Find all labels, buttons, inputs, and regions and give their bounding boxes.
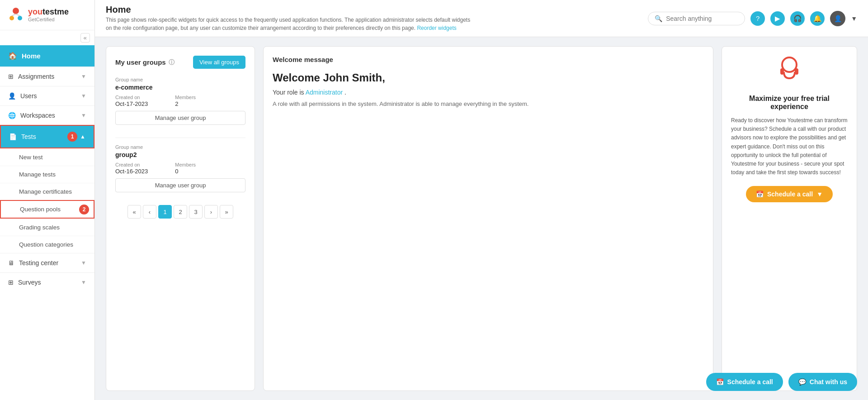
user-avatar[interactable]: 👤 [830, 11, 845, 26]
svg-point-2 [18, 16, 22, 20]
workspaces-icon: 🌐 [8, 112, 16, 119]
brand-sub: GetCertified [28, 17, 69, 22]
pagination: « ‹ 1 2 3 › » [115, 205, 245, 219]
manage-group-button-1[interactable]: Manage user group [115, 111, 245, 125]
subnav-question-pools[interactable]: Question pools 2 [0, 200, 94, 219]
sidebar-item-home[interactable]: 🏠 Home [0, 45, 94, 67]
sidebar-item-assignments[interactable]: ⊞ Assignments ▼ [0, 67, 94, 86]
schedule-call-bottom-button[interactable]: 📅 Schedule a call [706, 373, 783, 391]
badge-2: 2 [79, 205, 89, 214]
sidebar-item-users[interactable]: 👤 Users ▼ [0, 86, 94, 105]
workspaces-label: Workspaces [20, 112, 55, 119]
group-members-2: Members 0 [175, 162, 196, 175]
testing-center-arrow: ▼ [81, 260, 86, 266]
page-2-button[interactable]: 2 [174, 205, 187, 219]
content-area: My user groups ⓘ View all groups Group n… [95, 37, 868, 400]
reorder-link[interactable]: Reorder widgets [417, 25, 456, 31]
group-meta-2: Created on Oct-16-2023 Members 0 [115, 162, 245, 175]
users-label: Users [20, 92, 37, 100]
testing-center-icon: 🖥 [8, 259, 14, 267]
schedule-call-button-widget[interactable]: 📅 Schedule a call ▼ [746, 186, 833, 202]
subnav-manage-tests[interactable]: Manage tests [0, 166, 94, 183]
schedule-icon-widget: 📅 [756, 190, 764, 198]
bell-icon-button[interactable]: 🔔 [810, 11, 825, 26]
trial-description: Ready to discover how Youtestme can tran… [731, 116, 848, 177]
page-last-button[interactable]: » [220, 205, 233, 219]
group-created-2: Created on Oct-16-2023 [115, 162, 148, 175]
surveys-label: Surveys [18, 279, 41, 286]
group-name-label-1: Group name [115, 77, 245, 82]
bottom-actions: 📅 Schedule a call 💬 Chat with us [706, 373, 857, 391]
headset-icon-button[interactable]: 🎧 [790, 11, 805, 26]
assignments-label: Assignments [18, 73, 54, 80]
widget-header-groups: My user groups ⓘ View all groups [115, 56, 245, 69]
collapse-section: « [0, 30, 94, 45]
search-input[interactable] [666, 15, 738, 22]
group-name-value-1: e-commerce [115, 84, 245, 91]
page-title: Home [106, 5, 476, 15]
svg-line-4 [16, 14, 20, 16]
logo-icon [7, 6, 24, 24]
trial-title: Maximize your free trial experience [731, 95, 848, 111]
tests-icon: 📄 [9, 133, 17, 140]
page-prev-button[interactable]: ‹ [143, 205, 156, 219]
view-all-groups-button[interactable]: View all groups [193, 56, 245, 69]
subnav-grading-scales[interactable]: Grading scales [0, 219, 94, 236]
widget-header-welcome: Welcome message [273, 56, 704, 63]
chat-bottom-button[interactable]: 💬 Chat with us [788, 373, 857, 391]
svg-point-5 [782, 57, 797, 72]
svg-point-1 [9, 16, 14, 20]
sidebar-item-testing-center[interactable]: 🖥 Testing center ▼ [0, 253, 94, 272]
group-created-1: Created on Oct-17-2023 [115, 95, 148, 107]
welcome-title: Welcome message [273, 56, 333, 63]
subnav-question-categories[interactable]: Question categories [0, 236, 94, 253]
user-groups-title: My user groups ⓘ [115, 58, 175, 67]
sidebar: youtestme GetCertified « 🏠 Home ⊞ Assign… [0, 0, 95, 400]
page-description: This page shows role-specific widgets fo… [106, 16, 476, 32]
svg-line-3 [12, 14, 16, 16]
trial-widget: Maximize your free trial experience Read… [722, 46, 857, 391]
subnav-manage-certificates[interactable]: Manage certificates [0, 183, 94, 200]
welcome-greeting: Welcome John Smith, [273, 71, 704, 84]
group-meta-1: Created on Oct-17-2023 Members 2 [115, 95, 245, 107]
logo-text: youtestme GetCertified [28, 8, 69, 22]
info-icon: ⓘ [169, 58, 175, 67]
trial-headset-icon [731, 56, 848, 88]
sidebar-item-tests[interactable]: 📄 Tests 1 ▲ [0, 125, 94, 148]
home-label: Home [22, 52, 41, 60]
chevron-down-icon: ▼ [816, 190, 823, 198]
search-box[interactable]: 🔍 [648, 12, 745, 25]
play-icon-button[interactable]: ▶ [770, 11, 785, 26]
surveys-arrow: ▼ [81, 279, 86, 286]
tests-arrow: ▲ [80, 133, 85, 140]
chat-icon: 💬 [798, 378, 806, 386]
subnav-new-test[interactable]: New test [0, 148, 94, 166]
page-1-button[interactable]: 1 [158, 205, 172, 219]
brand-name: youtestme [28, 8, 69, 17]
users-arrow: ▼ [81, 93, 86, 99]
welcome-widget: Welcome message Welcome John Smith, Your… [263, 46, 713, 391]
welcome-description: A role with all permissions in the syste… [273, 100, 704, 109]
testing-center-label: Testing center [19, 259, 58, 267]
page-next-button[interactable]: › [204, 205, 218, 219]
surveys-icon: ⊞ [8, 279, 14, 286]
group-entry-2: Group name group2 Created on Oct-16-2023… [115, 144, 245, 192]
sidebar-item-workspaces[interactable]: 🌐 Workspaces ▼ [0, 105, 94, 125]
group-entry-1: Group name e-commerce Created on Oct-17-… [115, 77, 245, 125]
header-left: Home This page shows role-specific widge… [106, 5, 476, 32]
tests-label: Tests [21, 133, 36, 140]
welcome-role: Your role is Administrator . [273, 89, 704, 96]
schedule-call-icon: 📅 [716, 378, 724, 386]
manage-group-button-2[interactable]: Manage user group [115, 178, 245, 192]
page-first-button[interactable]: « [127, 205, 141, 219]
main-content: Home This page shows role-specific widge… [95, 0, 868, 400]
page-3-button[interactable]: 3 [189, 205, 203, 219]
sidebar-item-surveys[interactable]: ⊞ Surveys ▼ [0, 272, 94, 292]
avatar-chevron[interactable]: ▼ [851, 15, 857, 22]
logo: youtestme GetCertified [0, 0, 94, 30]
group-name-label-2: Group name [115, 144, 245, 150]
group-members-1: Members 2 [175, 95, 196, 107]
role-link[interactable]: Administrator [306, 89, 343, 96]
collapse-button[interactable]: « [80, 33, 90, 43]
help-icon-button[interactable]: ? [750, 11, 765, 26]
